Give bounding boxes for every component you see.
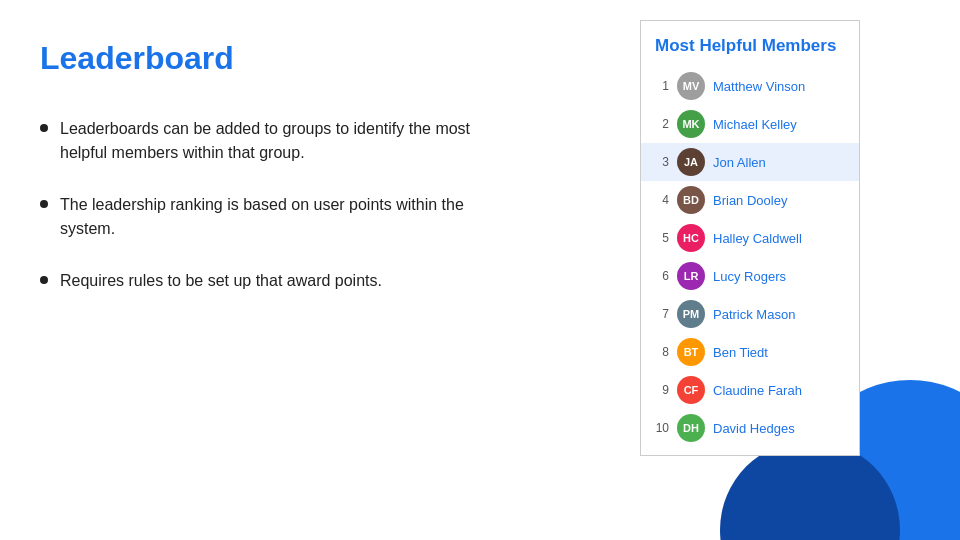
- avatar: BT: [677, 338, 705, 366]
- bullet-dot: [40, 124, 48, 132]
- bullet-text-1: Leaderboards can be added to groups to i…: [60, 117, 500, 165]
- rank-number: 8: [651, 345, 669, 359]
- leaderboard-item[interactable]: 8BTBen Tiedt: [641, 333, 859, 371]
- member-name: Patrick Mason: [713, 307, 795, 322]
- rank-number: 9: [651, 383, 669, 397]
- rank-number: 7: [651, 307, 669, 321]
- avatar: CF: [677, 376, 705, 404]
- leaderboard-item[interactable]: 9CFClaudine Farah: [641, 371, 859, 409]
- bullet-dot: [40, 200, 48, 208]
- bullet-item-2: The leadership ranking is based on user …: [40, 193, 500, 241]
- avatar: JA: [677, 148, 705, 176]
- avatar: BD: [677, 186, 705, 214]
- member-name: Halley Caldwell: [713, 231, 802, 246]
- member-name: Michael Kelley: [713, 117, 797, 132]
- avatar: MK: [677, 110, 705, 138]
- leaderboard-item[interactable]: 10DHDavid Hedges: [641, 409, 859, 447]
- page-title: Leaderboard: [40, 40, 500, 77]
- avatar: LR: [677, 262, 705, 290]
- rank-number: 4: [651, 193, 669, 207]
- member-name: Matthew Vinson: [713, 79, 805, 94]
- member-name: Jon Allen: [713, 155, 766, 170]
- leaderboard-item[interactable]: 3JAJon Allen: [641, 143, 859, 181]
- avatar: PM: [677, 300, 705, 328]
- bullet-text-2: The leadership ranking is based on user …: [60, 193, 500, 241]
- leaderboard-title: Most Helpful Members: [641, 21, 859, 67]
- leaderboard-panel: Most Helpful Members 1MVMatthew Vinson2M…: [640, 20, 860, 456]
- bullet-item-3: Requires rules to be set up that award p…: [40, 269, 500, 293]
- avatar: DH: [677, 414, 705, 442]
- rank-number: 5: [651, 231, 669, 245]
- leaderboard-item[interactable]: 6LRLucy Rogers: [641, 257, 859, 295]
- avatar: MV: [677, 72, 705, 100]
- bullet-dot: [40, 276, 48, 284]
- leaderboard-members: 1MVMatthew Vinson2MKMichael Kelley3JAJon…: [641, 67, 859, 447]
- bullet-item-1: Leaderboards can be added to groups to i…: [40, 117, 500, 165]
- leaderboard-item[interactable]: 5HCHalley Caldwell: [641, 219, 859, 257]
- leaderboard-item[interactable]: 1MVMatthew Vinson: [641, 67, 859, 105]
- rank-number: 1: [651, 79, 669, 93]
- rank-number: 6: [651, 269, 669, 283]
- bullet-list: Leaderboards can be added to groups to i…: [40, 117, 500, 293]
- rank-number: 10: [651, 421, 669, 435]
- left-panel: Leaderboard Leaderboards can be added to…: [40, 40, 500, 321]
- member-name: Lucy Rogers: [713, 269, 786, 284]
- member-name: David Hedges: [713, 421, 795, 436]
- rank-number: 2: [651, 117, 669, 131]
- bullet-text-3: Requires rules to be set up that award p…: [60, 269, 382, 293]
- member-name: Ben Tiedt: [713, 345, 768, 360]
- member-name: Claudine Farah: [713, 383, 802, 398]
- member-name: Brian Dooley: [713, 193, 787, 208]
- avatar: HC: [677, 224, 705, 252]
- rank-number: 3: [651, 155, 669, 169]
- leaderboard-item[interactable]: 4BDBrian Dooley: [641, 181, 859, 219]
- leaderboard-item[interactable]: 2MKMichael Kelley: [641, 105, 859, 143]
- leaderboard-item[interactable]: 7PMPatrick Mason: [641, 295, 859, 333]
